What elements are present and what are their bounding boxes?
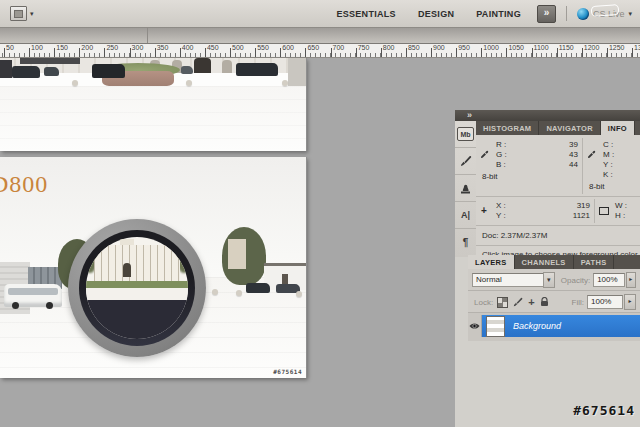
ruler-label: 500: [232, 44, 244, 51]
cmyk-bit-depth: 8-bit: [589, 181, 636, 193]
van: [236, 63, 278, 76]
workspace-design-button[interactable]: DESIGN: [412, 5, 460, 23]
ruler-label: 1250: [609, 44, 625, 51]
opacity-slider-button[interactable]: ▸: [626, 272, 636, 288]
blend-mode-arrow-icon[interactable]: ▾: [543, 272, 555, 288]
tab-navigator[interactable]: NAVIGATOR: [539, 121, 600, 135]
ruler-label: 150: [56, 44, 68, 51]
layers-panel-group: LAYERS CHANNELS PATHS Normal ▾ Opacity: …: [468, 255, 640, 341]
fill-slider-button[interactable]: ▸: [624, 294, 636, 310]
mini-bridge-icon: Mb: [457, 127, 474, 141]
awning: [20, 58, 80, 64]
plaza-ground: [0, 86, 306, 151]
distant-tower: [228, 239, 246, 269]
lock-transparency-icon[interactable]: [497, 297, 508, 308]
camera-lens-ring: [68, 219, 206, 357]
paragraph-panel-button[interactable]: ¶: [455, 229, 476, 255]
workspace-painting-button[interactable]: PAINTING: [470, 5, 527, 23]
ruler-label: 1200: [584, 44, 600, 51]
bollard: [296, 291, 302, 297]
arch: [222, 60, 232, 73]
r-value: 39: [569, 140, 578, 150]
layer-name[interactable]: Background: [513, 321, 561, 331]
character-panel-button[interactable]: A|: [455, 202, 476, 229]
horizontal-ruler[interactable]: 5010015020025030035040045050055060065070…: [0, 44, 640, 58]
dimensions-icon: [599, 207, 609, 215]
ruler-label: 1000: [483, 44, 499, 51]
chevron-down-icon: ▾: [30, 10, 34, 17]
chevron-down-icon: ▾: [628, 10, 632, 17]
ruler-label: 250: [106, 44, 118, 51]
workspace-overflow-button[interactable]: »: [537, 5, 556, 23]
ruler-label: 800: [383, 44, 395, 51]
layer-list: Background: [468, 313, 640, 341]
ruler-label: 750: [358, 44, 370, 51]
ruler-label: 300: [132, 44, 144, 51]
opacity-input[interactable]: 100%: [593, 273, 624, 287]
separator: [566, 6, 567, 21]
document-tab-bar: [0, 28, 640, 44]
ruler-label: 950: [458, 44, 470, 51]
collapsed-panel-strip: Mb A| ¶: [455, 121, 477, 257]
ruler-label: 850: [408, 44, 420, 51]
layer-visibility-toggle[interactable]: [468, 315, 482, 337]
dock-header[interactable]: »: [455, 110, 640, 121]
tab-channels[interactable]: CHANNELS: [515, 255, 574, 269]
document-canvas-strip-1[interactable]: [0, 58, 306, 151]
layer-row-background[interactable]: Background: [468, 315, 640, 337]
bollard: [236, 290, 242, 296]
tab-info[interactable]: INFO: [601, 121, 635, 135]
options-bar: ▾ ESSENTIALS DESIGN PAINTING » CS Live ▾: [0, 0, 640, 28]
car: [246, 283, 270, 293]
x-value: 319: [577, 201, 590, 211]
current-tool-icon: [10, 6, 27, 21]
clone-source-panel-button[interactable]: [455, 175, 476, 202]
layers-panel-tabs: LAYERS CHANNELS PATHS: [468, 255, 640, 269]
lock-position-icon[interactable]: +: [528, 298, 534, 307]
document-canvas-strip-2[interactable]: D800 #675614: [0, 157, 306, 378]
blend-mode-value: Normal: [476, 274, 502, 286]
cs-live-menu[interactable]: CS Live ▾: [577, 8, 632, 20]
lens-glass: [86, 237, 188, 339]
eyedropper-icon: [480, 150, 489, 159]
lock-all-icon[interactable]: [540, 297, 549, 307]
c-label: C :: [589, 140, 613, 150]
fill-label: Fill:: [572, 298, 584, 307]
lock-label: Lock:: [474, 298, 493, 307]
bollard: [212, 289, 218, 295]
forum-watermark: #675614: [573, 403, 635, 418]
brush-panel-button[interactable]: [455, 148, 476, 175]
ruler-label: 200: [81, 44, 93, 51]
rgb-bit-depth: 8-bit: [482, 171, 578, 183]
dark-structure: [0, 60, 12, 78]
blend-mode-select[interactable]: Normal: [472, 273, 544, 287]
tab-divider: [147, 28, 148, 43]
layer-thumbnail[interactable]: [486, 316, 505, 337]
character-panel-icon: A|: [461, 210, 470, 220]
r-label: R :: [482, 140, 506, 150]
tab-histogram[interactable]: HISTOGRAM: [476, 121, 539, 135]
minibus: [4, 284, 62, 307]
ruler-label: 650: [307, 44, 319, 51]
lock-paint-icon[interactable]: [513, 297, 523, 307]
opacity-label: Opacity:: [561, 276, 590, 285]
bollard: [282, 80, 288, 86]
fill-input[interactable]: 100%: [587, 295, 623, 309]
ruler-label: 600: [282, 44, 294, 51]
ruler-label: 350: [157, 44, 169, 51]
ruler-label: 550: [257, 44, 269, 51]
bollard: [186, 80, 192, 86]
lock-fill-row: Lock: + Fill: 100% ▸: [468, 291, 640, 313]
mini-bridge-panel-button[interactable]: Mb: [455, 121, 476, 148]
eye-icon: [469, 322, 480, 330]
workspace-essentials-button[interactable]: ESSENTIALS: [330, 5, 402, 23]
ruler-label: 100: [31, 44, 43, 51]
ruler-label: 1300: [634, 44, 640, 51]
cursor-crosshair-icon: +: [481, 205, 487, 216]
tool-preset-picker[interactable]: ▾: [10, 6, 34, 21]
collapse-dock-icon[interactable]: »: [467, 111, 472, 120]
cs-live-icon: [577, 8, 589, 20]
tab-paths[interactable]: PATHS: [574, 255, 615, 269]
document-size: Doc: 2.37M/2.37M: [476, 228, 640, 243]
tab-layers[interactable]: LAYERS: [468, 255, 515, 269]
